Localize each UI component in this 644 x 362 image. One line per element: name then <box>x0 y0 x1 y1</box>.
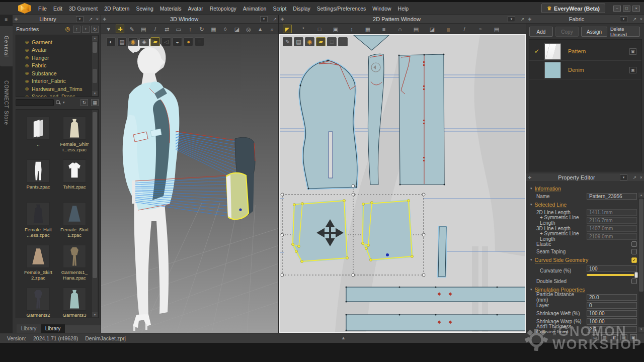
menu-retopology[interactable]: Retopology <box>210 6 236 12</box>
fabric-swatch-denim[interactable] <box>544 62 561 78</box>
favorite-hardware-and-trims[interactable]: ◎Hardware_and_Trims <box>17 85 98 93</box>
favorites-scrollbar[interactable]: ▲ ▼ <box>92 36 98 96</box>
particle-distance-value[interactable]: 20.0 <box>587 294 637 301</box>
favorite-substance[interactable]: ◎Substance <box>17 69 98 77</box>
layout-split-icon[interactable]: ▥ <box>601 334 608 340</box>
add-fabric-button[interactable]: Add <box>529 27 553 37</box>
tool-grading-icon[interactable]: ▤ <box>412 25 421 33</box>
favorites-icon[interactable]: ◎ <box>64 26 71 33</box>
menu-display[interactable]: Display <box>293 6 310 12</box>
favorite-fabric[interactable]: ◎Fabric <box>17 62 98 70</box>
tool-add-point-icon[interactable]: ↕ <box>347 25 356 33</box>
section-information[interactable]: ▾ Information <box>526 185 644 192</box>
layer-value[interactable]: 0 <box>587 302 637 309</box>
dock-pin-icon[interactable]: ✚ <box>13 17 20 22</box>
app-logo-icon[interactable] <box>18 3 31 14</box>
tool-arrange-icon[interactable]: ◪ <box>232 25 241 33</box>
close-panel-icon[interactable]: × <box>94 17 101 22</box>
dock-pin-icon[interactable]: ✚ <box>101 17 108 22</box>
pattern-piece-waistband-2[interactable] <box>346 314 526 331</box>
copy-fabric-button[interactable]: Copy <box>555 27 579 37</box>
fabric-item-denim[interactable]: Denim ▣ <box>529 61 641 79</box>
close-button[interactable]: × <box>632 6 640 12</box>
menu-script[interactable]: Script <box>273 6 286 12</box>
tool-scissors-icon[interactable]: ◊ <box>221 25 229 33</box>
view-mode-icon[interactable]: ▦ <box>91 99 99 106</box>
tool-fold-arrangement-icon[interactable]: ⇄ <box>163 25 171 33</box>
show-grid-icon[interactable]: ≡ <box>338 37 348 46</box>
layout-quad-icon[interactable]: ▦ <box>620 334 627 340</box>
close-panel-icon[interactable]: × <box>638 17 644 22</box>
menu-help[interactable]: Help <box>398 6 409 12</box>
show-garment-icon[interactable]: ▤ <box>117 37 127 46</box>
library-scrollbar[interactable]: ▼ <box>92 110 98 317</box>
menu-2d-pattern[interactable]: 2D Pattern <box>104 6 129 12</box>
library-item-female-skirt-1[interactable]: Female_Skirt1.zpac <box>56 202 93 245</box>
tool-simulate-icon[interactable]: ▼ <box>104 25 113 33</box>
library-item-garments1-hana[interactable]: Garments1_Hana.zpac <box>56 245 93 288</box>
dock-pin-icon[interactable]: ✚ <box>279 17 286 22</box>
menu-animation[interactable]: Animation <box>243 6 267 12</box>
shrinkage-weft-value[interactable]: 100.00 <box>587 310 637 317</box>
menu-avatar[interactable]: Avatar <box>188 6 203 12</box>
fabric-item-pattern[interactable]: ✓ Pattern ▣ <box>529 42 641 61</box>
library-item-female-halter-dress[interactable]: Female_Halt...ess.zpac <box>20 202 56 245</box>
pattern-piece-placket[interactable] <box>438 227 446 277</box>
everywear-beta-button[interactable]: ♛ EveryWear (Beta) <box>541 4 605 13</box>
dock-pin-icon[interactable]: ✚ <box>526 175 533 180</box>
tool-pleats-icon[interactable]: ||| <box>444 25 453 33</box>
assign-fabric-button[interactable]: Assign <box>581 27 607 37</box>
pattern-info-icon[interactable]: ◉ <box>305 37 314 46</box>
library-item-pants[interactable]: Pants.zpac <box>20 159 56 202</box>
add-favorite-icon[interactable]: + <box>82 26 90 33</box>
popout-icon[interactable]: ↗ <box>272 17 278 22</box>
scroll-up-icon[interactable]: ▲ <box>92 36 98 41</box>
elastic-checkbox[interactable] <box>631 241 637 247</box>
2d-window-caret[interactable]: ▾ <box>508 16 515 22</box>
library-item-garments2[interactable]: Garments2 <box>20 288 56 318</box>
edit-measure-icon[interactable]: ✎ <box>283 37 292 46</box>
tool-dart-icon[interactable]: ∩ <box>395 25 405 33</box>
tool-reset-arrangement-icon[interactable]: ↻ <box>198 25 206 33</box>
popout-icon[interactable]: ↗ <box>631 175 638 180</box>
popout-icon[interactable]: ↗ <box>631 17 638 22</box>
2d-pattern-canvas[interactable]: ✎ ▤ ◉ ▰ □ ≡ <box>279 34 526 333</box>
dock-pin-icon[interactable]: ✚ <box>526 17 533 22</box>
timeline-expander-icon[interactable]: ▲ <box>341 335 346 340</box>
shrinkage-warp-value[interactable]: 100.00 <box>587 318 637 325</box>
section-curved-side-geometry[interactable]: ▾ Curved Side Geometry ✓ <box>526 256 644 263</box>
simulation-quality-icon[interactable]: ◉ <box>128 37 138 46</box>
menu-file[interactable]: File <box>38 6 47 12</box>
show-arrangement-icon[interactable]: ◁ <box>162 37 171 46</box>
lock-pattern-icon[interactable]: □ <box>327 37 337 46</box>
addl-thickness-value[interactable]: 2.5 <box>587 326 637 333</box>
tool-window-icon[interactable]: ▭ <box>174 25 183 33</box>
2d-scene[interactable] <box>280 35 525 332</box>
toolbar-overflow-icon[interactable]: » <box>268 25 276 33</box>
show-garment-2d-icon[interactable]: ▤ <box>294 37 303 46</box>
library-item-garments3[interactable]: Garments3 <box>56 288 93 318</box>
slider-handle[interactable] <box>634 272 638 278</box>
tool-edit-pattern-icon[interactable]: * <box>299 25 308 33</box>
tool-segment-sewing-icon[interactable]: / <box>460 25 469 33</box>
pattern-piece-bodice[interactable] <box>300 60 357 190</box>
render-style-icon[interactable]: ● <box>184 37 193 46</box>
3d-window-caret[interactable]: ▾ <box>260 16 268 22</box>
layout-single-icon[interactable]: ▭ <box>592 334 599 340</box>
tab-general[interactable]: General <box>0 26 13 66</box>
tool-transform-pattern-icon[interactable]: ◤ <box>283 25 292 33</box>
3d-viewport[interactable]: ◐ ▤ ◉ ◈ ▰ ◁ ◒ ● ≡ <box>101 34 279 333</box>
library-item-parent-folder[interactable]: .. <box>20 117 56 159</box>
search-caret-icon[interactable]: ▾ <box>63 101 77 105</box>
curvature-value[interactable]: 100 <box>587 265 637 272</box>
tool-select-brush-icon[interactable]: ✎ <box>127 25 136 33</box>
popout-icon[interactable]: ↗ <box>519 17 526 22</box>
layout-custom-icon[interactable]: ▣ <box>630 334 637 340</box>
tool-arrangement-point-icon[interactable]: ◎ <box>244 25 253 33</box>
import-icon[interactable]: ↑ <box>73 26 80 33</box>
tool-pin-sew-icon[interactable]: / <box>151 25 159 33</box>
close-panel-icon[interactable]: × <box>638 175 644 180</box>
section-selected-line[interactable]: ▾ Selected Line <box>526 201 644 208</box>
tool-grid-icon[interactable]: ▦ <box>209 25 218 33</box>
3d-scene[interactable] <box>101 34 279 333</box>
